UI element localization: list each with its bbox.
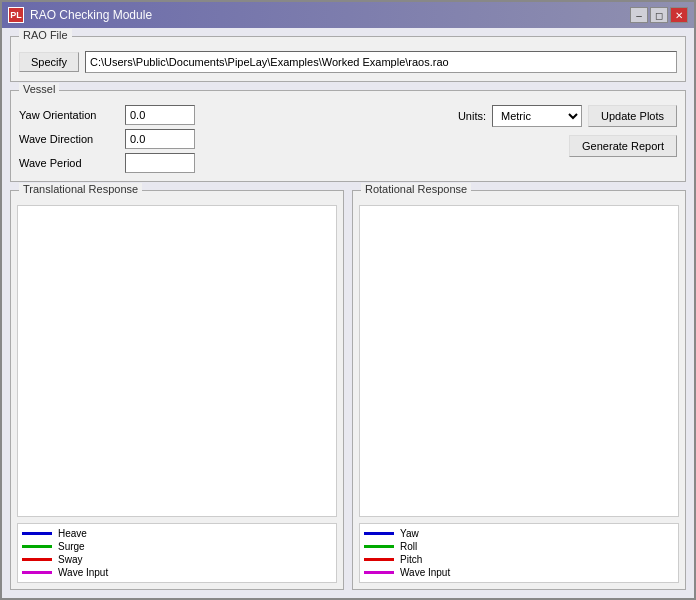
wave-period-input[interactable] (125, 153, 195, 173)
rotational-chart (359, 205, 679, 517)
minimize-button[interactable]: – (630, 7, 648, 23)
legend-item-wave-input-trans: Wave Input (22, 567, 332, 578)
translational-chart (17, 205, 337, 517)
rao-file-group: RAO File Specify (10, 36, 686, 82)
vessel-group: Vessel Yaw Orientation Wave Direction Wa… (10, 90, 686, 182)
wave-input-rot-line (364, 571, 394, 574)
units-label: Units: (458, 110, 486, 122)
pitch-label: Pitch (400, 554, 422, 565)
wave-input-trans-line (22, 571, 52, 574)
vessel-right: Units: Metric Imperial Update Plots Gene… (458, 105, 677, 157)
specify-button[interactable]: Specify (19, 52, 79, 72)
wave-input-rot-label: Wave Input (400, 567, 450, 578)
roll-line (364, 545, 394, 548)
title-bar: PL RAO Checking Module – ◻ ✕ (2, 2, 694, 28)
vessel-grid: Yaw Orientation Wave Direction Wave Peri… (19, 105, 677, 173)
roll-label: Roll (400, 541, 417, 552)
app-icon: PL (8, 7, 24, 23)
legend-item-wave-input-rot: Wave Input (364, 567, 674, 578)
generate-report-button[interactable]: Generate Report (569, 135, 677, 157)
vessel-fields: Yaw Orientation Wave Direction Wave Peri… (19, 105, 195, 173)
rotational-response-label: Rotational Response (361, 183, 471, 195)
sway-label: Sway (58, 554, 82, 565)
translational-response-label: Translational Response (19, 183, 142, 195)
heave-label: Heave (58, 528, 87, 539)
wave-direction-row: Wave Direction (19, 129, 195, 149)
wave-input-trans-label: Wave Input (58, 567, 108, 578)
wave-direction-label: Wave Direction (19, 133, 119, 145)
yaw-orientation-input[interactable] (125, 105, 195, 125)
surge-label: Surge (58, 541, 85, 552)
update-plots-button[interactable]: Update Plots (588, 105, 677, 127)
window-title: RAO Checking Module (30, 8, 152, 22)
units-select[interactable]: Metric Imperial (492, 105, 582, 127)
legend-item-sway: Sway (22, 554, 332, 565)
sway-line (22, 558, 52, 561)
rotational-legend: Yaw Roll Pitch Wave Input (359, 523, 679, 583)
wave-period-label: Wave Period (19, 157, 119, 169)
vessel-group-label: Vessel (19, 83, 59, 95)
legend-item-yaw: Yaw (364, 528, 674, 539)
translational-legend: Heave Surge Sway Wave Input (17, 523, 337, 583)
file-path-input[interactable] (85, 51, 677, 73)
yaw-orientation-row: Yaw Orientation (19, 105, 195, 125)
main-content: RAO File Specify Vessel Yaw Orientation … (2, 28, 694, 598)
wave-direction-input[interactable] (125, 129, 195, 149)
surge-line (22, 545, 52, 548)
legend-item-roll: Roll (364, 541, 674, 552)
units-row: Units: Metric Imperial Update Plots (458, 105, 677, 127)
title-bar-left: PL RAO Checking Module (8, 7, 152, 23)
pitch-line (364, 558, 394, 561)
rao-file-group-label: RAO File (19, 29, 72, 41)
yaw-label: Yaw (400, 528, 419, 539)
translational-response-panel: Translational Response Heave Surge Sway (10, 190, 344, 590)
wave-period-row: Wave Period (19, 153, 195, 173)
window-controls: – ◻ ✕ (630, 7, 688, 23)
legend-item-surge: Surge (22, 541, 332, 552)
bottom-panels: Translational Response Heave Surge Sway (10, 190, 686, 590)
close-button[interactable]: ✕ (670, 7, 688, 23)
heave-line (22, 532, 52, 535)
yaw-orientation-label: Yaw Orientation (19, 109, 119, 121)
yaw-line (364, 532, 394, 535)
rao-file-row: Specify (19, 51, 677, 73)
legend-item-heave: Heave (22, 528, 332, 539)
restore-button[interactable]: ◻ (650, 7, 668, 23)
main-window: PL RAO Checking Module – ◻ ✕ RAO File Sp… (0, 0, 696, 600)
rotational-response-panel: Rotational Response Yaw Roll Pitch (352, 190, 686, 590)
legend-item-pitch: Pitch (364, 554, 674, 565)
